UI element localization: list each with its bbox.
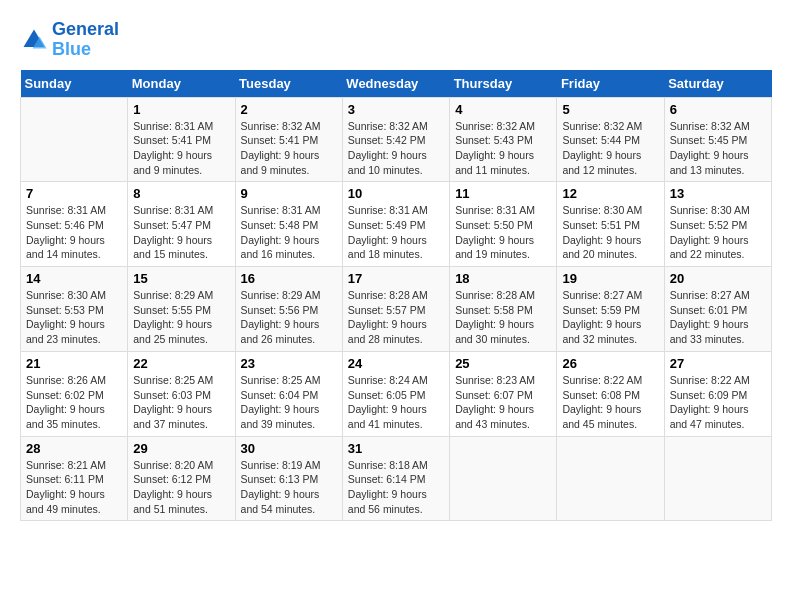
weekday-header-tuesday: Tuesday bbox=[235, 70, 342, 98]
day-number: 19 bbox=[562, 271, 658, 286]
calendar-cell: 28 Sunrise: 8:21 AMSunset: 6:11 PMDaylig… bbox=[21, 436, 128, 521]
day-number: 28 bbox=[26, 441, 122, 456]
day-number: 6 bbox=[670, 102, 766, 117]
day-info: Sunrise: 8:31 AMSunset: 5:50 PMDaylight:… bbox=[455, 203, 551, 262]
calendar-cell: 20 Sunrise: 8:27 AMSunset: 6:01 PMDaylig… bbox=[664, 267, 771, 352]
weekday-header-wednesday: Wednesday bbox=[342, 70, 449, 98]
calendar-cell: 4 Sunrise: 8:32 AMSunset: 5:43 PMDayligh… bbox=[450, 97, 557, 182]
day-number: 1 bbox=[133, 102, 229, 117]
calendar-cell: 25 Sunrise: 8:23 AMSunset: 6:07 PMDaylig… bbox=[450, 351, 557, 436]
day-info: Sunrise: 8:25 AMSunset: 6:04 PMDaylight:… bbox=[241, 373, 337, 432]
day-info: Sunrise: 8:21 AMSunset: 6:11 PMDaylight:… bbox=[26, 458, 122, 517]
day-info: Sunrise: 8:20 AMSunset: 6:12 PMDaylight:… bbox=[133, 458, 229, 517]
day-info: Sunrise: 8:22 AMSunset: 6:09 PMDaylight:… bbox=[670, 373, 766, 432]
calendar-cell: 26 Sunrise: 8:22 AMSunset: 6:08 PMDaylig… bbox=[557, 351, 664, 436]
day-info: Sunrise: 8:19 AMSunset: 6:13 PMDaylight:… bbox=[241, 458, 337, 517]
calendar-cell: 21 Sunrise: 8:26 AMSunset: 6:02 PMDaylig… bbox=[21, 351, 128, 436]
logo: General Blue bbox=[20, 20, 119, 60]
calendar-cell: 17 Sunrise: 8:28 AMSunset: 5:57 PMDaylig… bbox=[342, 267, 449, 352]
calendar-cell: 3 Sunrise: 8:32 AMSunset: 5:42 PMDayligh… bbox=[342, 97, 449, 182]
day-number: 16 bbox=[241, 271, 337, 286]
logo-text: General Blue bbox=[52, 20, 119, 60]
day-info: Sunrise: 8:27 AMSunset: 5:59 PMDaylight:… bbox=[562, 288, 658, 347]
day-info: Sunrise: 8:29 AMSunset: 5:56 PMDaylight:… bbox=[241, 288, 337, 347]
day-number: 9 bbox=[241, 186, 337, 201]
calendar-cell: 18 Sunrise: 8:28 AMSunset: 5:58 PMDaylig… bbox=[450, 267, 557, 352]
day-info: Sunrise: 8:31 AMSunset: 5:41 PMDaylight:… bbox=[133, 119, 229, 178]
day-number: 13 bbox=[670, 186, 766, 201]
day-info: Sunrise: 8:32 AMSunset: 5:44 PMDaylight:… bbox=[562, 119, 658, 178]
day-number: 25 bbox=[455, 356, 551, 371]
calendar-cell: 2 Sunrise: 8:32 AMSunset: 5:41 PMDayligh… bbox=[235, 97, 342, 182]
day-info: Sunrise: 8:31 AMSunset: 5:46 PMDaylight:… bbox=[26, 203, 122, 262]
day-number: 26 bbox=[562, 356, 658, 371]
weekday-header-thursday: Thursday bbox=[450, 70, 557, 98]
day-info: Sunrise: 8:32 AMSunset: 5:45 PMDaylight:… bbox=[670, 119, 766, 178]
calendar-cell: 23 Sunrise: 8:25 AMSunset: 6:04 PMDaylig… bbox=[235, 351, 342, 436]
calendar-cell: 15 Sunrise: 8:29 AMSunset: 5:55 PMDaylig… bbox=[128, 267, 235, 352]
calendar-cell bbox=[450, 436, 557, 521]
calendar-cell: 31 Sunrise: 8:18 AMSunset: 6:14 PMDaylig… bbox=[342, 436, 449, 521]
page-header: General Blue bbox=[20, 20, 772, 60]
day-number: 5 bbox=[562, 102, 658, 117]
calendar-cell bbox=[21, 97, 128, 182]
weekday-header-friday: Friday bbox=[557, 70, 664, 98]
day-number: 18 bbox=[455, 271, 551, 286]
calendar-cell: 19 Sunrise: 8:27 AMSunset: 5:59 PMDaylig… bbox=[557, 267, 664, 352]
weekday-header-row: SundayMondayTuesdayWednesdayThursdayFrid… bbox=[21, 70, 772, 98]
day-info: Sunrise: 8:25 AMSunset: 6:03 PMDaylight:… bbox=[133, 373, 229, 432]
day-number: 30 bbox=[241, 441, 337, 456]
calendar-cell: 1 Sunrise: 8:31 AMSunset: 5:41 PMDayligh… bbox=[128, 97, 235, 182]
day-number: 4 bbox=[455, 102, 551, 117]
day-info: Sunrise: 8:24 AMSunset: 6:05 PMDaylight:… bbox=[348, 373, 444, 432]
day-info: Sunrise: 8:30 AMSunset: 5:52 PMDaylight:… bbox=[670, 203, 766, 262]
calendar-table: SundayMondayTuesdayWednesdayThursdayFrid… bbox=[20, 70, 772, 522]
calendar-week-1: 1 Sunrise: 8:31 AMSunset: 5:41 PMDayligh… bbox=[21, 97, 772, 182]
calendar-cell: 7 Sunrise: 8:31 AMSunset: 5:46 PMDayligh… bbox=[21, 182, 128, 267]
calendar-cell: 12 Sunrise: 8:30 AMSunset: 5:51 PMDaylig… bbox=[557, 182, 664, 267]
calendar-cell: 11 Sunrise: 8:31 AMSunset: 5:50 PMDaylig… bbox=[450, 182, 557, 267]
calendar-cell: 22 Sunrise: 8:25 AMSunset: 6:03 PMDaylig… bbox=[128, 351, 235, 436]
day-number: 20 bbox=[670, 271, 766, 286]
weekday-header-sunday: Sunday bbox=[21, 70, 128, 98]
day-info: Sunrise: 8:26 AMSunset: 6:02 PMDaylight:… bbox=[26, 373, 122, 432]
calendar-cell: 8 Sunrise: 8:31 AMSunset: 5:47 PMDayligh… bbox=[128, 182, 235, 267]
day-info: Sunrise: 8:28 AMSunset: 5:58 PMDaylight:… bbox=[455, 288, 551, 347]
day-number: 8 bbox=[133, 186, 229, 201]
day-number: 23 bbox=[241, 356, 337, 371]
day-number: 17 bbox=[348, 271, 444, 286]
day-info: Sunrise: 8:32 AMSunset: 5:41 PMDaylight:… bbox=[241, 119, 337, 178]
weekday-header-saturday: Saturday bbox=[664, 70, 771, 98]
day-info: Sunrise: 8:30 AMSunset: 5:51 PMDaylight:… bbox=[562, 203, 658, 262]
calendar-cell: 13 Sunrise: 8:30 AMSunset: 5:52 PMDaylig… bbox=[664, 182, 771, 267]
calendar-cell: 16 Sunrise: 8:29 AMSunset: 5:56 PMDaylig… bbox=[235, 267, 342, 352]
calendar-cell: 10 Sunrise: 8:31 AMSunset: 5:49 PMDaylig… bbox=[342, 182, 449, 267]
calendar-week-2: 7 Sunrise: 8:31 AMSunset: 5:46 PMDayligh… bbox=[21, 182, 772, 267]
day-number: 14 bbox=[26, 271, 122, 286]
calendar-cell: 24 Sunrise: 8:24 AMSunset: 6:05 PMDaylig… bbox=[342, 351, 449, 436]
day-number: 7 bbox=[26, 186, 122, 201]
logo-icon bbox=[20, 26, 48, 54]
day-number: 27 bbox=[670, 356, 766, 371]
day-number: 2 bbox=[241, 102, 337, 117]
calendar-cell: 30 Sunrise: 8:19 AMSunset: 6:13 PMDaylig… bbox=[235, 436, 342, 521]
calendar-body: 1 Sunrise: 8:31 AMSunset: 5:41 PMDayligh… bbox=[21, 97, 772, 521]
day-info: Sunrise: 8:27 AMSunset: 6:01 PMDaylight:… bbox=[670, 288, 766, 347]
weekday-header-monday: Monday bbox=[128, 70, 235, 98]
day-info: Sunrise: 8:23 AMSunset: 6:07 PMDaylight:… bbox=[455, 373, 551, 432]
calendar-cell: 9 Sunrise: 8:31 AMSunset: 5:48 PMDayligh… bbox=[235, 182, 342, 267]
calendar-cell: 14 Sunrise: 8:30 AMSunset: 5:53 PMDaylig… bbox=[21, 267, 128, 352]
day-info: Sunrise: 8:31 AMSunset: 5:48 PMDaylight:… bbox=[241, 203, 337, 262]
day-info: Sunrise: 8:32 AMSunset: 5:43 PMDaylight:… bbox=[455, 119, 551, 178]
calendar-cell: 5 Sunrise: 8:32 AMSunset: 5:44 PMDayligh… bbox=[557, 97, 664, 182]
calendar-week-5: 28 Sunrise: 8:21 AMSunset: 6:11 PMDaylig… bbox=[21, 436, 772, 521]
calendar-cell: 6 Sunrise: 8:32 AMSunset: 5:45 PMDayligh… bbox=[664, 97, 771, 182]
day-number: 10 bbox=[348, 186, 444, 201]
day-number: 29 bbox=[133, 441, 229, 456]
day-number: 3 bbox=[348, 102, 444, 117]
day-number: 24 bbox=[348, 356, 444, 371]
calendar-cell bbox=[664, 436, 771, 521]
day-number: 22 bbox=[133, 356, 229, 371]
day-number: 15 bbox=[133, 271, 229, 286]
calendar-week-3: 14 Sunrise: 8:30 AMSunset: 5:53 PMDaylig… bbox=[21, 267, 772, 352]
